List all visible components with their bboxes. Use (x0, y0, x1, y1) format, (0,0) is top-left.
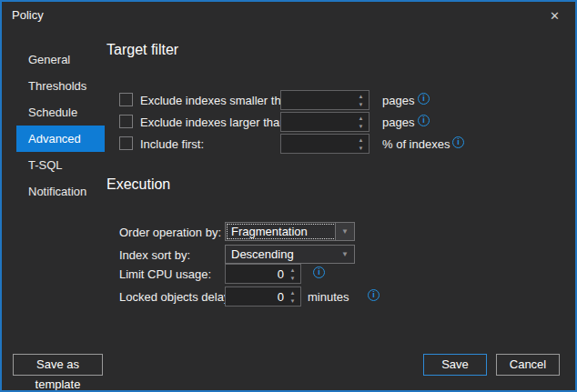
sidebar-item-label: Notification (28, 185, 86, 198)
unit-label: pages (382, 116, 414, 129)
locked-objects-delay-input[interactable] (228, 288, 284, 305)
sidebar-item-schedule[interactable]: Schedule (16, 99, 105, 126)
sidebar-item-tsql[interactable]: T-SQL (16, 152, 105, 178)
sidebar-item-advanced[interactable]: Advanced (16, 126, 105, 152)
spinner-up-icon[interactable]: ▲ (290, 290, 296, 296)
unit-label: pages (382, 94, 414, 107)
spinner-arrows[interactable]: ▲ ▼ (286, 266, 299, 282)
spinner-up-icon[interactable]: ▲ (290, 267, 296, 273)
sidebar-item-general[interactable]: General (16, 46, 105, 73)
save-as-template-button[interactable]: Save as template (13, 354, 103, 376)
filter-row-exclude-larger: Exclude indexes larger than: ▲ ▼ pages i (119, 112, 574, 132)
sidebar-item-label: General (28, 53, 70, 66)
sidebar-item-label: T-SQL (28, 158, 63, 172)
policy-dialog: Policy ✕ General Thresholds Schedule Adv… (0, 0, 577, 392)
order-operation-by-label: Order operation by: (119, 226, 221, 239)
index-sort-by-label: Index sort by: (119, 248, 190, 262)
close-icon[interactable]: ✕ (546, 7, 563, 25)
exclude-larger-spinner[interactable]: ▲ ▼ (280, 112, 369, 132)
info-icon[interactable]: i (418, 93, 430, 105)
limit-cpu-usage-input[interactable] (228, 266, 284, 282)
spinner-down-icon[interactable]: ▼ (359, 146, 364, 151)
spinner-arrows[interactable]: ▲ ▼ (354, 92, 368, 108)
target-filter-heading: Target filter (106, 42, 178, 58)
exclude-smaller-label: Exclude indexes smaller than: (140, 94, 298, 107)
spinner-down-icon[interactable]: ▼ (359, 124, 364, 129)
exclude-smaller-checkbox[interactable] (119, 93, 133, 106)
info-icon[interactable]: i (452, 136, 464, 148)
execution-heading: Execution (106, 176, 170, 193)
sidebar-item-label: Advanced (28, 132, 81, 146)
info-icon[interactable]: i (368, 289, 380, 301)
filter-row-exclude-smaller: Exclude indexes smaller than: ▲ ▼ pages … (119, 90, 574, 110)
include-first-input[interactable] (283, 136, 352, 152)
spinner-up-icon[interactable]: ▲ (359, 116, 364, 121)
sidebar-item-notification[interactable]: Notification (16, 178, 105, 205)
order-operation-by-value: Fragmentation (227, 224, 336, 239)
limit-cpu-usage-label: Limit CPU usage: (119, 267, 211, 281)
include-first-checkbox[interactable] (119, 136, 133, 150)
sidebar-item-label: Thresholds (28, 79, 86, 93)
index-sort-by-dropdown[interactable]: Descending ▼ (225, 245, 355, 264)
row-limit-cpu-usage: Limit CPU usage: ▲ ▼ i (119, 264, 574, 284)
row-locked-objects-delay: Locked objects delay: ▲ ▼ minutes i (119, 286, 574, 307)
sidebar-item-label: Schedule (28, 106, 77, 119)
spinner-up-icon[interactable]: ▲ (359, 94, 364, 99)
row-order-operation-by: Order operation by: Fragmentation ▼ (119, 222, 574, 242)
title-bar: Policy ✕ (2, 2, 575, 29)
exclude-smaller-input[interactable] (283, 92, 352, 108)
spinner-down-icon[interactable]: ▼ (290, 276, 296, 281)
spinner-arrows[interactable]: ▲ ▼ (286, 288, 299, 305)
exclude-larger-input[interactable] (283, 114, 352, 130)
row-index-sort-by: Index sort by: Descending ▼ (119, 245, 574, 265)
filter-row-include-first: Include first: ▲ ▼ % of indexes i (119, 134, 574, 154)
include-first-label: Include first: (140, 137, 204, 151)
spinner-arrows[interactable]: ▲ ▼ (354, 114, 368, 130)
exclude-smaller-spinner[interactable]: ▲ ▼ (280, 90, 369, 110)
unit-label: % of indexes (382, 137, 450, 151)
index-sort-by-value: Descending (227, 246, 336, 262)
spinner-down-icon[interactable]: ▼ (359, 102, 364, 107)
exclude-larger-checkbox[interactable] (119, 115, 133, 128)
exclude-larger-label: Exclude indexes larger than: (140, 116, 289, 129)
cancel-button[interactable]: Cancel (496, 354, 560, 376)
locked-objects-delay-spinner[interactable]: ▲ ▼ (225, 286, 301, 307)
info-icon[interactable]: i (418, 115, 430, 126)
dialog-title: Policy (12, 8, 44, 22)
chevron-down-icon[interactable]: ▼ (336, 246, 354, 263)
info-icon[interactable]: i (313, 266, 325, 278)
order-operation-by-dropdown[interactable]: Fragmentation ▼ (225, 222, 355, 241)
minutes-label: minutes (308, 290, 349, 304)
spinner-down-icon[interactable]: ▼ (290, 298, 296, 304)
save-button[interactable]: Save (423, 354, 487, 376)
limit-cpu-usage-spinner[interactable]: ▲ ▼ (225, 264, 301, 284)
chevron-down-icon[interactable]: ▼ (335, 223, 354, 240)
spinner-arrows[interactable]: ▲ ▼ (354, 136, 368, 152)
locked-objects-delay-label: Locked objects delay: (119, 290, 233, 304)
include-first-spinner[interactable]: ▲ ▼ (280, 134, 369, 154)
spinner-up-icon[interactable]: ▲ (359, 137, 364, 143)
sidebar-item-thresholds[interactable]: Thresholds (16, 73, 105, 99)
